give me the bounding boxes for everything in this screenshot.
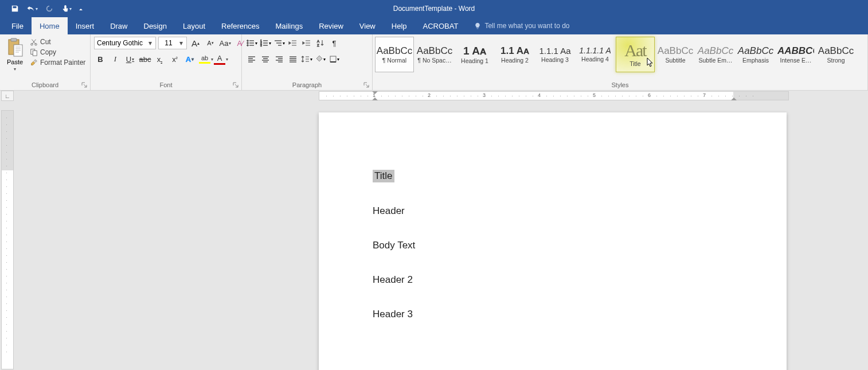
close-icon[interactable] <box>842 3 865 14</box>
style-emphasis[interactable]: AaBbCcEmphasis <box>736 37 775 72</box>
line-spacing-button[interactable]: ▾ <box>300 53 313 65</box>
style-heading-4[interactable]: 1.1.1.1 AHeading 4 <box>576 37 615 72</box>
show-marks-button[interactable]: ¶ <box>328 37 341 49</box>
style-name-label: Intense E… <box>777 57 815 64</box>
decrease-indent-button[interactable] <box>287 37 299 49</box>
redo-icon[interactable] <box>42 2 56 15</box>
multilevel-list-button[interactable]: ▾ <box>273 37 286 49</box>
grow-font-button[interactable]: A▴ <box>189 37 202 49</box>
tab-view[interactable]: View <box>351 17 384 34</box>
font-launcher-icon[interactable] <box>232 81 239 88</box>
style-preview: 1.1.1 Aa <box>537 46 573 55</box>
copy-label: Copy <box>40 48 56 56</box>
style-name-label: Heading 3 <box>536 56 574 63</box>
style-intense-e-[interactable]: AABBCCIntense E… <box>776 37 815 72</box>
style-subtitle[interactable]: AaBbCcSubtitle <box>656 37 695 72</box>
vertical-ruler[interactable] <box>1 110 14 369</box>
subscript-button[interactable]: x <box>154 53 166 65</box>
superscript-button[interactable]: x <box>169 53 181 65</box>
save-icon[interactable] <box>8 2 22 15</box>
doc-line-4[interactable]: Header 3 <box>373 309 413 320</box>
style-preview: AaBbCc <box>697 46 734 56</box>
style-strong[interactable]: AaBbCcStrong <box>816 37 855 72</box>
tab-home[interactable]: Home <box>32 17 68 34</box>
sort-button[interactable]: AZ <box>314 37 327 49</box>
group-label-font: Font <box>91 80 241 90</box>
style--no-spac-[interactable]: AaBbCc¶ No Spac… <box>415 37 454 72</box>
svg-text:3: 3 <box>260 44 262 47</box>
minimize-icon[interactable] <box>791 3 814 14</box>
tab-insert[interactable]: Insert <box>68 17 103 34</box>
borders-button[interactable]: ▾ <box>328 53 341 65</box>
style-subtle-em-[interactable]: AaBbCcSubtle Em… <box>696 37 735 72</box>
svg-rect-15 <box>330 56 336 62</box>
highlight-button[interactable]: ab▾ <box>198 53 211 65</box>
document-area: TitleHeaderBody TextHeader 2Header 3 <box>0 101 868 370</box>
style-name-label: Heading 1 <box>456 57 494 64</box>
touch-mode-icon[interactable]: ▾ <box>60 2 73 15</box>
doc-line-0[interactable]: Title <box>373 170 394 182</box>
tell-me-placeholder: Tell me what you want to do <box>484 22 569 30</box>
style-preview: AaBbCc <box>376 46 413 56</box>
cut-button[interactable]: Cut <box>30 38 85 46</box>
underline-button[interactable]: U▾ <box>124 53 136 65</box>
doc-line-3[interactable]: Header 2 <box>373 274 413 286</box>
style-name-label: ¶ Normal <box>376 57 413 64</box>
tab-selector[interactable]: ∟ <box>1 91 14 101</box>
horizontal-ruler[interactable]: 1234567 <box>319 91 789 100</box>
font-size-value: 11 <box>161 39 176 47</box>
paragraph-launcher-icon[interactable] <box>363 81 370 88</box>
paste-button[interactable]: Paste ▾ <box>3 38 26 72</box>
align-center-button[interactable] <box>259 53 272 65</box>
shading-button[interactable]: ▾ <box>314 53 327 65</box>
tab-mailings[interactable]: Mailings <box>268 17 311 34</box>
style-name-label: Heading 2 <box>496 57 534 64</box>
copy-button[interactable]: Copy <box>30 48 85 56</box>
change-case-button[interactable]: Aa▾ <box>219 37 232 49</box>
style-heading-3[interactable]: 1.1.1 AaHeading 3 <box>535 37 574 72</box>
style--normal[interactable]: AaBbCc¶ Normal <box>375 37 414 72</box>
doc-line-1[interactable]: Header <box>373 205 405 217</box>
justify-button[interactable] <box>287 53 299 65</box>
bold-button[interactable]: B <box>94 53 107 65</box>
clipboard-launcher-icon[interactable] <box>81 81 88 88</box>
bullets-button[interactable]: ▾ <box>245 37 258 49</box>
maximize-icon[interactable] <box>816 3 839 14</box>
style-name-label: Subtle Em… <box>697 57 734 64</box>
font-color-button[interactable]: A▾ <box>213 53 226 65</box>
align-left-button[interactable] <box>245 53 258 65</box>
style-name-label: Subtitle <box>656 57 694 64</box>
tab-help[interactable]: Help <box>384 17 415 34</box>
strikethrough-button[interactable]: abc <box>139 53 151 65</box>
increase-indent-button[interactable] <box>300 37 313 49</box>
align-right-button[interactable] <box>273 53 286 65</box>
svg-point-9 <box>247 45 249 46</box>
numbering-button[interactable]: 123▾ <box>259 37 272 49</box>
tab-design[interactable]: Design <box>136 17 175 34</box>
shrink-font-button[interactable]: A▾ <box>204 37 217 49</box>
style-preview: AaBbCc <box>416 46 453 56</box>
tab-draw[interactable]: Draw <box>102 17 135 34</box>
italic-button[interactable]: I <box>109 53 122 65</box>
undo-icon[interactable]: ▾ <box>25 2 39 15</box>
tab-layout[interactable]: Layout <box>175 17 213 34</box>
style-name-label: Title <box>616 60 654 67</box>
font-name-dropdown[interactable]: Century Gothic▾ <box>94 37 156 49</box>
doc-line-2[interactable]: Body Text <box>373 240 415 251</box>
style-heading-1[interactable]: 1 AᴀHeading 1 <box>455 37 494 72</box>
ribbon: Paste ▾ Cut Copy Format Painter <box>0 34 868 91</box>
group-styles: AaBbCc¶ NormalAaBbCc¶ No Spac…1 AᴀHeadin… <box>373 34 868 90</box>
tab-file[interactable]: File <box>3 17 32 34</box>
document-page[interactable]: TitleHeaderBody TextHeader 2Header 3 <box>319 112 787 370</box>
tab-review[interactable]: Review <box>311 17 351 34</box>
tab-acrobat[interactable]: ACROBAT <box>415 17 467 34</box>
tell-me-search[interactable]: Tell me what you want to do <box>474 17 569 34</box>
style-title[interactable]: AatTitle <box>616 37 655 72</box>
text-effects-button[interactable]: A▾ <box>183 53 196 65</box>
font-size-dropdown[interactable]: 11▾ <box>158 37 187 49</box>
format-painter-button[interactable]: Format Painter <box>30 59 85 67</box>
style-heading-2[interactable]: 1.1 AᴀHeading 2 <box>495 37 534 72</box>
tab-references[interactable]: References <box>213 17 267 34</box>
qat-customize-icon[interactable] <box>77 2 85 15</box>
window-controls <box>791 0 865 17</box>
